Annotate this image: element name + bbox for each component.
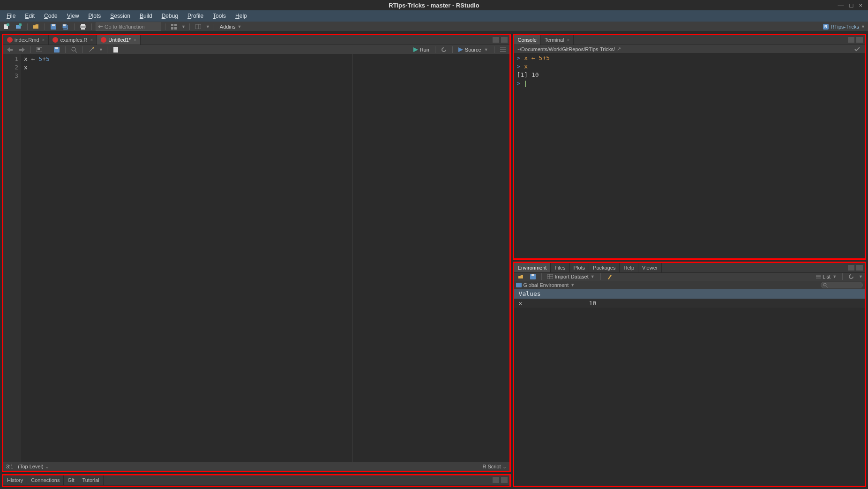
tab-environment[interactable]: Environment xyxy=(514,263,551,272)
svg-rect-3 xyxy=(19,23,22,26)
clear-console-icon[interactable] xyxy=(853,45,862,53)
console[interactable]: > x ← 5+5> x[1] 10> xyxy=(514,53,865,258)
console-tab-console[interactable]: Console xyxy=(514,35,541,45)
rerun-icon[interactable] xyxy=(439,45,449,54)
tab-git[interactable]: Git xyxy=(64,475,78,485)
tab-history[interactable]: History xyxy=(3,475,27,485)
environment-scope[interactable]: Global Environment ▼ xyxy=(514,281,865,289)
source-toolbar: ▼ Run Source▼ xyxy=(3,45,509,54)
run-button[interactable]: Run xyxy=(412,47,431,53)
wand-icon[interactable] xyxy=(87,45,96,54)
scope-label[interactable]: (Top Level) ⌄ xyxy=(18,464,49,470)
close-tab-icon[interactable]: × xyxy=(134,38,136,43)
outline-icon[interactable] xyxy=(498,45,508,54)
file-type-label[interactable]: R Script ⌄ xyxy=(482,464,506,470)
source-tab[interactable]: index.Rmd× xyxy=(3,35,49,45)
menu-build[interactable]: Build xyxy=(136,12,156,20)
tab-files[interactable]: Files xyxy=(551,263,569,272)
close-tab-icon[interactable]: × xyxy=(90,38,93,43)
line-gutter: 123 xyxy=(3,54,21,462)
separator xyxy=(214,23,214,30)
maximize-pane-icon[interactable] xyxy=(856,37,863,43)
tab-help[interactable]: Help xyxy=(620,263,638,272)
dropdown-icon[interactable]: ▼ xyxy=(181,24,186,29)
forward-icon[interactable] xyxy=(17,45,27,54)
svg-rect-30 xyxy=(114,49,117,49)
svg-rect-1 xyxy=(7,23,9,26)
save-all-icon[interactable] xyxy=(61,23,70,31)
main-toolbar: Go to file/function ▼ ▼ Addins ▼ R RTips… xyxy=(0,22,868,32)
tab-connections[interactable]: Connections xyxy=(27,475,64,485)
panes-icon[interactable] xyxy=(194,23,203,31)
menu-edit[interactable]: Edit xyxy=(21,12,38,20)
working-directory[interactable]: ~/Documents/Work/GitRepos/RTips-Tricks/ xyxy=(517,46,615,52)
svg-point-24 xyxy=(72,47,75,51)
svg-rect-11 xyxy=(81,28,85,30)
list-view-button[interactable]: List▼ xyxy=(814,274,838,279)
console-tab-terminal[interactable]: Terminal× xyxy=(541,35,574,45)
svg-rect-5 xyxy=(52,24,55,26)
minimize-icon[interactable]: — xyxy=(838,2,844,9)
menu-tools[interactable]: Tools xyxy=(209,12,230,20)
maximize-pane-icon[interactable] xyxy=(856,265,863,271)
tab-packages[interactable]: Packages xyxy=(589,263,620,272)
menu-plots[interactable]: Plots xyxy=(85,12,105,20)
find-icon[interactable] xyxy=(69,45,79,54)
menu-view[interactable]: View xyxy=(63,12,83,20)
addins-menu[interactable]: Addins ▼ xyxy=(218,24,244,30)
menu-session[interactable]: Session xyxy=(106,12,134,20)
load-icon[interactable] xyxy=(516,272,525,281)
minimize-pane-icon[interactable] xyxy=(848,265,854,271)
menu-code[interactable]: Code xyxy=(40,12,61,20)
svg-rect-42 xyxy=(516,283,522,287)
scope-label: Global Environment xyxy=(524,282,569,288)
dropdown-icon[interactable]: ▼ xyxy=(206,24,210,29)
show-in-new-window-icon[interactable] xyxy=(35,45,44,54)
import-dataset-button[interactable]: Import Dataset▼ xyxy=(546,274,597,279)
refresh-icon[interactable] xyxy=(846,272,856,281)
save-icon[interactable] xyxy=(49,23,58,31)
source-button[interactable]: Source▼ xyxy=(456,47,490,53)
svg-rect-12 xyxy=(171,24,173,26)
project-name[interactable]: RTips-Tricks xyxy=(831,24,859,30)
open-file-icon[interactable] xyxy=(31,23,41,31)
menu-help[interactable]: Help xyxy=(232,12,251,20)
close-tab-icon[interactable]: × xyxy=(42,38,45,43)
environment-search[interactable] xyxy=(821,282,863,288)
menu-profile[interactable]: Profile xyxy=(184,12,207,20)
tab-tutorial[interactable]: Tutorial xyxy=(78,475,103,485)
maximize-pane-icon[interactable] xyxy=(501,37,508,43)
source-tab[interactable]: examples.R× xyxy=(49,35,97,45)
code-editor[interactable]: x ← 5+5x xyxy=(21,54,509,462)
back-icon[interactable] xyxy=(5,45,15,54)
svg-rect-15 xyxy=(174,27,177,30)
menu-file[interactable]: File xyxy=(3,12,19,20)
goto-file-search[interactable]: Go to file/function xyxy=(96,23,161,31)
goto-placeholder: Go to file/function xyxy=(105,24,145,30)
print-icon[interactable] xyxy=(78,23,88,31)
clear-icon[interactable] xyxy=(605,272,614,281)
minimize-pane-icon[interactable] xyxy=(848,37,854,43)
tab-viewer[interactable]: Viewer xyxy=(638,263,662,272)
dropdown-icon[interactable]: ▼ xyxy=(861,24,865,29)
menu-debug[interactable]: Debug xyxy=(158,12,182,20)
save-icon[interactable] xyxy=(528,272,538,281)
menubar: FileEditCodeViewPlotsSessionBuildDebugPr… xyxy=(0,10,868,22)
close-tab-icon[interactable]: × xyxy=(567,38,570,43)
maximize-pane-icon[interactable] xyxy=(501,477,508,483)
new-file-icon[interactable] xyxy=(2,23,11,31)
maximize-icon[interactable]: □ xyxy=(850,2,853,9)
popout-icon[interactable]: ↗ xyxy=(617,46,621,52)
minimize-pane-icon[interactable] xyxy=(493,477,499,483)
save-icon[interactable] xyxy=(52,45,61,54)
close-icon[interactable]: × xyxy=(859,2,862,9)
grid-icon[interactable] xyxy=(169,23,179,31)
minimize-pane-icon[interactable] xyxy=(493,37,499,43)
env-row[interactable]: x10 xyxy=(514,299,865,308)
new-project-icon[interactable] xyxy=(14,23,23,31)
svg-rect-21 xyxy=(37,48,40,50)
tab-plots[interactable]: Plots xyxy=(570,263,589,272)
report-icon[interactable] xyxy=(111,45,120,54)
environment-toolbar: Import Dataset▼ List▼ ▼ xyxy=(514,272,865,281)
source-tab[interactable]: Untitled1*× xyxy=(97,35,141,45)
